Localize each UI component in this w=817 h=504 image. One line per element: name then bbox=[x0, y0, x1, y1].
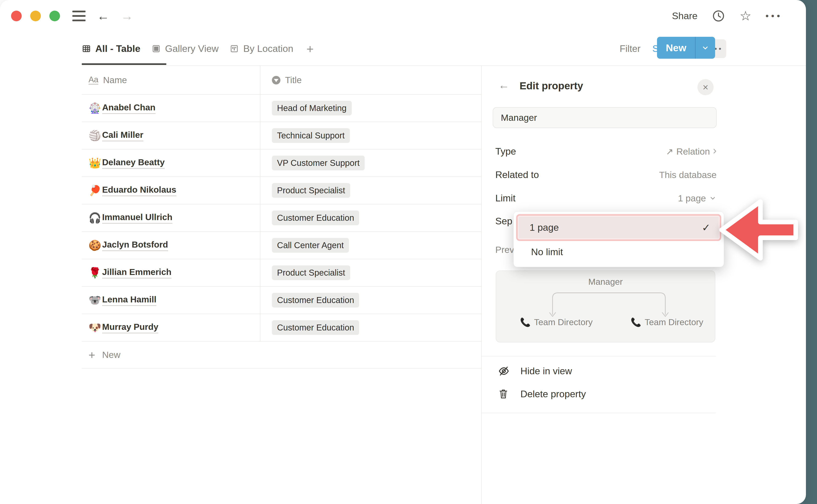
preview-target-left: 📞 Team Directory bbox=[520, 317, 593, 327]
tab-all-table[interactable]: All - Table bbox=[82, 43, 140, 54]
tab-by-location[interactable]: By Location bbox=[229, 43, 293, 54]
add-view-icon[interactable]: + bbox=[306, 42, 314, 56]
title-tag[interactable]: VP Customer Support bbox=[272, 156, 365, 170]
table-row[interactable]: 🎡Anabel Chan Head of Marketing bbox=[82, 95, 481, 122]
gallery-view-icon bbox=[151, 44, 161, 53]
page-emoji-icon: 🌹 bbox=[88, 268, 102, 278]
type-value[interactable]: ↗ Relation › bbox=[666, 146, 717, 157]
preview-source-label: Manager bbox=[496, 277, 715, 287]
titlebar: ← → Share ☆ ••• bbox=[0, 0, 806, 32]
minimize-window-button[interactable] bbox=[30, 11, 41, 21]
panel-close-button[interactable]: × bbox=[697, 79, 714, 95]
tab-label: All - Table bbox=[95, 43, 140, 54]
limit-row: Limit 1 page bbox=[495, 188, 717, 208]
page-link[interactable]: Murray Purdy bbox=[102, 322, 158, 333]
panel-title: Edit property bbox=[520, 80, 583, 92]
annotation-arrow-icon bbox=[718, 199, 803, 263]
tab-label: Gallery View bbox=[165, 43, 219, 54]
page-emoji-icon: 🍪 bbox=[88, 240, 102, 251]
title-tag[interactable]: Product Specialist bbox=[272, 265, 350, 280]
database-table: Aa Name Title 🎡Anabel Chan Head of Marke… bbox=[82, 66, 481, 369]
new-button-chevron-icon[interactable] bbox=[696, 37, 715, 59]
table-row[interactable]: 🏓Eduardo Nikolaus Product Specialist bbox=[82, 177, 481, 204]
hide-in-view-button[interactable]: Hide in view bbox=[482, 361, 716, 381]
related-to-value[interactable]: This database bbox=[659, 170, 717, 180]
property-name-value: Manager bbox=[501, 112, 537, 123]
page-link[interactable]: Lenna Hamill bbox=[102, 295, 156, 306]
page-link[interactable]: Immanuel Ullrich bbox=[102, 212, 172, 224]
sidebar-menu-icon[interactable] bbox=[72, 11, 85, 21]
type-label: Type bbox=[495, 146, 516, 157]
new-row-label: New bbox=[102, 350, 120, 360]
forward-navigation-icon[interactable]: → bbox=[121, 10, 133, 22]
related-to-row: Related to This database bbox=[495, 165, 717, 185]
table-row[interactable]: 🍪Jaclyn Botsford Call Center Agent bbox=[82, 232, 481, 259]
page-link[interactable]: Jillian Emmerich bbox=[102, 267, 171, 279]
limit-dropdown: 1 page ✓ No limit bbox=[514, 211, 724, 267]
relation-arrow-icon: ↗ bbox=[666, 146, 673, 157]
updates-clock-icon[interactable] bbox=[712, 9, 726, 23]
plus-icon: + bbox=[88, 348, 102, 362]
preview-target-right: 📞 Team Directory bbox=[631, 317, 703, 327]
page-emoji-icon: 🏐 bbox=[88, 131, 102, 141]
new-button-label[interactable]: New bbox=[657, 37, 696, 59]
table-row[interactable]: 🌹Jillian Emmerich Product Specialist bbox=[82, 259, 481, 287]
title-tag[interactable]: Product Specialist bbox=[272, 183, 350, 198]
tab-label: By Location bbox=[243, 43, 293, 54]
active-tab-underline bbox=[82, 63, 166, 65]
column-header-title[interactable]: Title bbox=[260, 66, 481, 94]
edit-property-panel: ← Edit property × Manager Type ↗ Relatio… bbox=[482, 65, 806, 504]
close-icon: × bbox=[703, 82, 709, 92]
zoom-window-button[interactable] bbox=[49, 11, 60, 21]
page-link[interactable]: Delaney Beatty bbox=[102, 157, 165, 169]
type-row: Type ↗ Relation › bbox=[495, 142, 717, 161]
eye-off-icon bbox=[498, 365, 511, 377]
page-link[interactable]: Eduardo Nikolaus bbox=[102, 185, 176, 196]
property-name-input[interactable]: Manager bbox=[493, 107, 717, 128]
new-button[interactable]: New bbox=[657, 37, 715, 59]
page-link[interactable]: Jaclyn Botsford bbox=[102, 240, 168, 251]
text-property-icon: Aa bbox=[88, 75, 98, 85]
relation-preview: Manager 📞 Team Directory 📞 Team Director… bbox=[496, 271, 715, 342]
title-tag[interactable]: Call Center Agent bbox=[272, 238, 349, 253]
close-window-button[interactable] bbox=[11, 11, 22, 21]
relation-arrows-graphic bbox=[549, 290, 669, 319]
page-link[interactable]: Anabel Chan bbox=[102, 103, 155, 114]
chevron-right-icon: › bbox=[713, 146, 717, 157]
title-tag[interactable]: Customer Education bbox=[272, 293, 359, 308]
title-tag[interactable]: Customer Education bbox=[272, 320, 359, 335]
page-emoji-icon: 🎡 bbox=[88, 103, 102, 113]
table-header-row: Aa Name Title bbox=[82, 66, 481, 95]
app-window: ← → Share ☆ ••• All - Table Gallery View… bbox=[0, 0, 806, 504]
table-row[interactable]: 👑Delaney Beatty VP Customer Support bbox=[82, 149, 481, 177]
related-to-label: Related to bbox=[495, 169, 539, 180]
panel-back-icon[interactable]: ← bbox=[498, 79, 509, 91]
table-row[interactable]: 🐨Lenna Hamill Customer Education bbox=[82, 287, 481, 314]
filter-button[interactable]: Filter bbox=[620, 43, 641, 54]
dropdown-option-no-limit[interactable]: No limit bbox=[516, 241, 721, 263]
page-link[interactable]: Cali Miller bbox=[102, 130, 143, 141]
tab-gallery-view[interactable]: Gallery View bbox=[151, 43, 219, 54]
share-button[interactable]: Share bbox=[672, 10, 697, 21]
table-row[interactable]: 🎧Immanuel Ullrich Customer Education bbox=[82, 204, 481, 232]
limit-value[interactable]: 1 page bbox=[678, 193, 717, 204]
back-navigation-icon[interactable]: ← bbox=[97, 10, 109, 22]
page-emoji-icon: 🐨 bbox=[88, 295, 102, 305]
preview-label-partial: Prev bbox=[495, 245, 514, 255]
delete-property-button[interactable]: Delete property bbox=[482, 384, 716, 404]
table-view-icon bbox=[82, 44, 91, 53]
column-header-name[interactable]: Aa Name bbox=[82, 66, 260, 94]
title-tag[interactable]: Customer Education bbox=[272, 211, 359, 225]
traffic-lights bbox=[11, 11, 60, 21]
title-tag[interactable]: Technical Support bbox=[272, 128, 350, 143]
section-divider bbox=[482, 413, 716, 413]
title-tag[interactable]: Head of Marketing bbox=[272, 101, 352, 115]
new-row-button[interactable]: + New bbox=[82, 342, 481, 369]
dropdown-option-1-page[interactable]: 1 page ✓ bbox=[516, 214, 721, 241]
table-row[interactable]: 🐶Murray Purdy Customer Education bbox=[82, 314, 481, 342]
page-emoji-icon: 🐶 bbox=[88, 323, 102, 333]
table-row[interactable]: 🏐Cali Miller Technical Support bbox=[82, 122, 481, 149]
favorite-star-icon[interactable]: ☆ bbox=[740, 9, 751, 23]
window-more-options-icon[interactable]: ••• bbox=[766, 11, 783, 21]
chevron-down-icon bbox=[709, 194, 717, 202]
